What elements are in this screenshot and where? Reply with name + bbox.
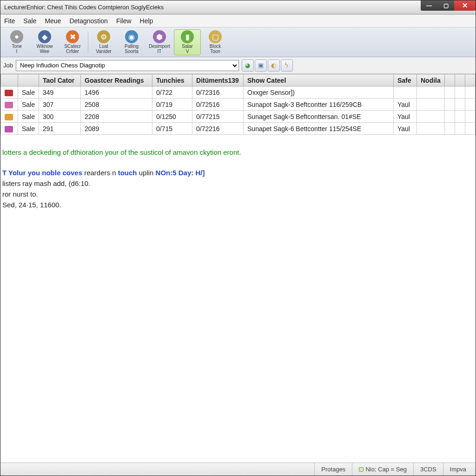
cell-taol: 307 — [39, 99, 81, 111]
data-table: Taol Cator Goastcer Readings Tunchies Di… — [0, 74, 476, 135]
cell-extra — [465, 86, 476, 99]
statusbar: Protages Nio; Cap = Seg 3CDS Impva — [0, 463, 476, 476]
tb-palling[interactable]: ◉Palling Soorta — [118, 29, 145, 55]
table-row[interactable]: Sale34914960/7220/72316Oxxger Sensor]) — [1, 86, 476, 99]
cell-taol: 300 — [39, 111, 81, 123]
cell-nodila — [417, 123, 445, 135]
col-sale[interactable] — [18, 74, 39, 86]
filter-icon[interactable]: ◐ — [268, 60, 280, 72]
cell-safe: Yaul — [394, 111, 417, 123]
console-output: lotters a deckeding of dthioration your … — [0, 135, 476, 463]
window-controls: — ▢ ✕ — [421, 0, 476, 11]
menu-fite[interactable]: Fite — [4, 17, 15, 25]
col-extra1[interactable] — [445, 74, 455, 86]
table-row[interactable]: Sale30725080/7190/72516Sunapot Sagk-3 Be… — [1, 99, 476, 111]
cell-goastcer: 2208 — [81, 111, 152, 123]
app-window: LecturerEnhior: Chest Tihis Codes Comtpi… — [0, 0, 476, 476]
cell-tunchies: 0/722 — [152, 86, 192, 99]
menu-sale[interactable]: Sale — [23, 17, 36, 25]
drop-icon: ◉ — [125, 30, 138, 43]
console-seg: touch — [118, 169, 139, 177]
console-line: ror nurst to. — [2, 190, 38, 198]
cell-extra — [465, 123, 476, 135]
cell-nodila — [417, 86, 445, 99]
data-table-wrap: Taol Cator Goastcer Readings Tunchies Di… — [0, 74, 476, 135]
circle-icon: ● — [10, 30, 23, 43]
menu-help[interactable]: Help — [140, 17, 153, 25]
sb-3cds[interactable]: 3CDS — [413, 463, 443, 476]
bolt-icon[interactable]: ϟ — [281, 60, 293, 72]
menu-meue[interactable]: Meue — [45, 17, 61, 25]
folder-icon — [5, 102, 13, 108]
console-seg: NOn:5 Day: H/] — [156, 169, 205, 177]
close-button[interactable]: ✕ — [454, 0, 476, 11]
job-select[interactable]: Neep Infiudion Chess Diagnotip — [16, 60, 239, 71]
titlebar[interactable]: LecturerEnhior: Chest Tihis Codes Comtpi… — [0, 0, 476, 14]
sb-impva[interactable]: Impva — [443, 463, 473, 476]
table-row[interactable]: Sale29120890/7150/72216Sunapet Sagk-6 Be… — [1, 123, 476, 135]
cell-show: Sunapot Sagk-3 Beftcontter 116/259CB — [244, 99, 394, 111]
col-taol[interactable]: Taol Cator — [39, 74, 81, 86]
cell-tunchies: 0/1250 — [152, 111, 192, 123]
cell-goastcer: 1496 — [81, 86, 152, 99]
tb-lual[interactable]: ⚙Lual Vanider — [90, 29, 117, 55]
maximize-button[interactable]: ▢ — [437, 0, 454, 11]
cell-sale: Sale — [18, 111, 39, 123]
tb-block[interactable]: ▢Block Toon — [202, 29, 229, 55]
cell-goastcer: 2508 — [81, 99, 152, 111]
minimize-button[interactable]: — — [421, 0, 437, 11]
col-icon[interactable] — [1, 74, 18, 86]
cell-safe: Yaul — [394, 99, 417, 111]
status-indicator-icon — [359, 467, 364, 472]
wrench-icon: ◆ — [38, 30, 51, 43]
cell-dituments: 0/72516 — [192, 99, 244, 111]
cell-goastcer: 2089 — [81, 123, 152, 135]
col-extra2[interactable] — [455, 74, 465, 86]
cell-dituments: 0/77215 — [192, 111, 244, 123]
hex-icon: ⬢ — [153, 30, 166, 43]
tb-desimport[interactable]: ⬢Desimport IT — [146, 29, 173, 55]
jobbar: Job Neep Infiudion Chess Diagnotip ◕ ▣ ◐… — [0, 57, 476, 74]
col-extra3[interactable] — [465, 74, 476, 86]
col-tunchies[interactable]: Tunchies — [152, 74, 192, 86]
cell-sale: Sale — [18, 99, 39, 111]
cell-extra — [445, 111, 455, 123]
console-line: listers ray mash add, (d6:10. — [2, 179, 90, 187]
cell-extra — [465, 111, 476, 123]
menu-filew[interactable]: Filew — [116, 17, 132, 25]
sb-protages[interactable]: Protages — [314, 463, 352, 476]
col-show[interactable]: Show Cateel — [244, 74, 394, 86]
cell-extra — [445, 123, 455, 135]
cell-safe: Yaul — [394, 123, 417, 135]
col-dituments[interactable]: Ditüments139 — [192, 74, 244, 86]
cell-show: Sunaget Sagk-5 Beftconttersan. 01#SE — [244, 111, 394, 123]
box-icon: ▢ — [209, 30, 222, 43]
cell-dituments: 0/72316 — [192, 86, 244, 99]
col-goastcer[interactable]: Goastcer Readings — [81, 74, 152, 86]
tb-salar[interactable]: ▮Salar V — [174, 29, 201, 55]
menu-detagnostion[interactable]: Detagnostion — [69, 17, 108, 25]
layers-icon[interactable]: ▣ — [255, 60, 267, 72]
cell-tunchies: 0/715 — [152, 123, 192, 135]
tb-scalecr[interactable]: ✖SCalecr Crfder — [59, 29, 86, 55]
cell-show: Oxxger Sensor]) — [244, 86, 394, 99]
cell-tunchies: 0/719 — [152, 99, 192, 111]
cell-show: Sunapet Sagk-6 Bettcontter 115/254SE — [244, 123, 394, 135]
folder-icon — [5, 126, 13, 132]
sb-niocap[interactable]: Nio; Cap = Seg — [352, 463, 413, 476]
window-title: LecturerEnhior: Chest Tihis Codes Comtpi… — [2, 4, 474, 11]
folder-icon — [5, 90, 13, 96]
cell-extra — [455, 123, 465, 135]
leaf-icon[interactable]: ◕ — [242, 60, 254, 72]
col-nodila[interactable]: Nodila — [417, 74, 445, 86]
cell-extra — [455, 99, 465, 111]
cell-taol: 291 — [39, 123, 81, 135]
cell-safe — [394, 86, 417, 99]
col-safe[interactable]: Safe — [394, 74, 417, 86]
cell-nodila — [417, 99, 445, 111]
console-seg: T Yolur you noble coves — [2, 169, 84, 177]
table-row[interactable]: Sale30022080/12500/77215Sunaget Sagk-5 B… — [1, 111, 476, 123]
tb-tone[interactable]: ●Tone I — [3, 29, 30, 55]
tb-wiknow[interactable]: ◆Wiknow Wee — [31, 29, 58, 55]
cell-extra — [465, 99, 476, 111]
